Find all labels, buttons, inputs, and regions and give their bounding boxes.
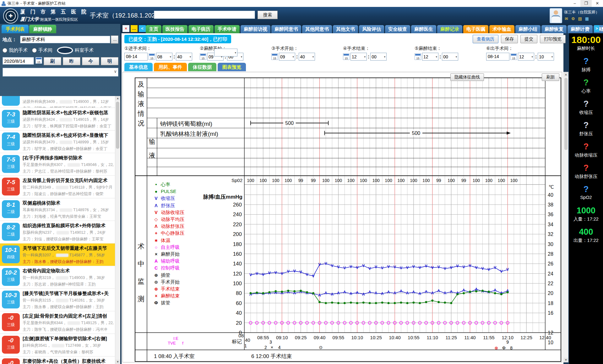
main-scrollbar[interactable]: ▲ ▼ <box>563 72 568 362</box>
save-button[interactable]: 保存 <box>501 35 518 43</box>
nav-tab-主页[interactable]: 主页 <box>146 25 161 33</box>
minimize-button[interactable]: – <box>569 0 580 7</box>
hour-select[interactable]: 12▾ <box>422 53 438 61</box>
calendar-icon[interactable]: 15 <box>271 53 278 60</box>
subtab-用药、事件[interactable]: 用药、事件 <box>154 63 187 71</box>
vital-label: 入量：17:22 <box>569 216 603 222</box>
nav-tab-麻醉计费[interactable]: 麻醉计费 <box>568 25 593 33</box>
gear-icon[interactable]: ⚙ <box>571 16 575 21</box>
surgery-list-item[interactable]: 10-1四级关节镜下左后交叉韧带重建术+[左膝关节骨一科病房3207，T1458… <box>0 244 115 266</box>
nav-tab-风险评估[interactable]: 风险评估 <box>359 25 384 33</box>
scrollbar-thumb[interactable] <box>116 102 119 149</box>
nav-tab-其他文书[interactable]: 其他文书 <box>333 25 358 33</box>
calendar-icon[interactable]: 15 <box>149 53 155 60</box>
svg-text:Λ: Λ <box>463 288 465 292</box>
chart-icon[interactable]: ▦ <box>585 16 589 21</box>
hour-select[interactable]: 12▾ <box>518 53 534 61</box>
surgery-list-item[interactable]: 三级泌尿外科病房3409，T149000，男，12岁主刀：邬宇龙，蛛网膜下腔阻滞… <box>0 96 115 108</box>
mail-icon[interactable]: ✉ <box>565 16 568 21</box>
hour-select[interactable]: 09▾ <box>279 53 295 61</box>
nav-tab-麻醉记录[interactable]: 麻醉记录 <box>437 25 462 33</box>
hide-curve-button[interactable]: 隐藏体征曲线 <box>450 73 484 81</box>
nav-more-button[interactable]: … <box>131 25 138 32</box>
calendar-icon[interactable]: 15 <box>200 53 206 60</box>
nav-tab-麻醉前访视[interactable]: 麻醉前访视 <box>241 25 270 33</box>
svg-text:Λ: Λ <box>425 290 427 294</box>
nav-tab-麻醉医生[interactable]: 麻醉医生 <box>411 25 436 33</box>
nav-tab-电子医嘱[interactable]: 电子医嘱 <box>463 25 488 33</box>
search-input[interactable] <box>154 11 255 19</box>
sidebar-tab-麻醉镇静[interactable]: 麻醉镇静 <box>29 25 56 33</box>
nav-tab-麻醉恢复[interactable]: 麻醉恢复 <box>541 25 567 33</box>
date-field[interactable]: 08-14 <box>486 53 509 61</box>
sidebar-tab-手术列表[interactable]: 手术列表 <box>2 25 29 33</box>
date-button-昨[interactable]: 昨 <box>63 57 80 65</box>
radio-我的手术[interactable]: 我的手术 <box>3 47 28 53</box>
date-input[interactable] <box>3 57 34 65</box>
surgery-list-item[interactable]: -0三级[左侧]腹腔镜下单侧输卵管切除术+[右侧]妇科病房3541，T12749… <box>0 334 115 356</box>
nav-tab-术中输血[interactable]: 术中输血 <box>489 25 514 33</box>
nav-tab-麻醉同意书[interactable]: 麻醉同意书 <box>271 25 301 33</box>
svg-text:Λ: Λ <box>318 293 321 297</box>
surgery-list-item[interactable]: 7-5三级左肱骨髁上骨折切开复位克氏针内固定术骨二科病房3349，T149118… <box>0 176 115 198</box>
surgery-list-item[interactable]: -0三级[左足]趾骨骨折复位内固定术+[左足]清创手足显微外科病房6344，T1… <box>0 311 115 334</box>
sidebar-scrollbar[interactable]: ▲ ▼ <box>115 96 120 364</box>
nav-tab-手术申请[interactable]: 手术申请 <box>215 25 240 33</box>
minute-select[interactable]: 40▾ <box>176 53 192 61</box>
nav-tab-麻醉小结[interactable]: 麻醉小结 <box>515 25 541 33</box>
subtab-图表预览[interactable]: 图表预览 <box>218 63 246 71</box>
subtab-基本信息[interactable]: 基本信息 <box>124 63 153 71</box>
minute-select[interactable]: 40▾ <box>299 53 315 61</box>
document-icon[interactable]: ▤ <box>578 16 582 21</box>
surgeon-anesthesia-info: 主刀：陈水春，腰硬联合麻醉+静脉麻醉：王韵 <box>23 259 113 265</box>
location-input[interactable] <box>20 36 110 43</box>
scroll-up-icon[interactable]: ▲ <box>564 72 568 77</box>
nav-tab-电子病历[interactable]: 电子病历 <box>188 25 214 33</box>
nav-tab-其他同意书[interactable]: 其他同意书 <box>302 25 332 33</box>
surgery-list-item[interactable]: 7-3三级隐匿性阴茎延长术+包皮环切术+嵌顿包茎泌尿外科病房3424，T1490… <box>0 108 115 131</box>
nav-close-button[interactable]: × <box>122 25 129 32</box>
minute-select[interactable]: 00▾ <box>442 53 458 61</box>
calendar-icon[interactable]: 15 <box>415 53 421 60</box>
submit-button[interactable]: 提交 <box>520 35 537 43</box>
minute-select[interactable]: 10▾ <box>538 53 554 61</box>
svg-text:手术结束: 手术结束 <box>161 286 180 292</box>
surgery-list-item[interactable]: 10-3三级[膝关节镜]关节镜下半月板修整成形术+关骨一科病房3215，T140… <box>0 289 115 311</box>
subtab-体征数据[interactable]: 体征数据 <box>188 63 216 71</box>
room-select[interactable]: 10▾ <box>214 49 237 56</box>
nav-scroll-left-button[interactable]: < <box>139 25 146 32</box>
calendar-icon[interactable]: 15 <box>510 53 517 60</box>
minute-select[interactable]: 00▾ <box>370 53 387 61</box>
location-more-button[interactable]: … <box>111 35 118 44</box>
restore-button[interactable]: ❐ <box>580 0 592 7</box>
calendar-icon[interactable]: 15 <box>35 57 42 64</box>
hour-select[interactable]: 08▾ <box>156 53 172 61</box>
radio-手术间[interactable]: 手术间 <box>32 47 52 53</box>
nav-tab-医技报告[interactable]: 医技报告 <box>162 25 187 33</box>
date-field[interactable]: 08-14 <box>124 53 148 61</box>
surgery-list-item[interactable]: 7-4三级隐匿性阴茎延长术+包皮环切术+显微镜下泌尿外科病房3470，T1489… <box>0 131 115 153</box>
hour-select[interactable]: 12▾ <box>350 53 367 61</box>
surgery-list-item[interactable]: 10-2三级右锁骨内固定物取出术骨一科病房3219，T149003，男，38岁主… <box>0 266 115 289</box>
close-window-button[interactable]: ✕ <box>592 0 603 7</box>
nav-tab-安全核查[interactable]: 安全核查 <box>385 25 410 33</box>
search-button[interactable]: 搜索 <box>258 11 278 19</box>
print-preview-button[interactable]: 打印预览 <box>540 35 566 43</box>
date-button-刷[interactable]: 刷 <box>44 57 61 65</box>
date-button-明[interactable]: 明 <box>101 57 118 65</box>
surgery-list-item[interactable]: 8-2二级组织选择性直肠粘膜环切术+外痔切除术肛肠科病房N237，T149012… <box>0 221 115 244</box>
surgery-list-item[interactable]: -0三级肛瘘切除术+高位（复杂性）肛瘘挂线术肛肠科病房N203，T149098，… <box>0 356 115 364</box>
scrollbar-thumb[interactable] <box>564 78 568 150</box>
surgery-list-item[interactable]: 7-5三级[右手]手拇指多指畸形切除术手足显微外科病房6307，T149046，… <box>0 153 115 176</box>
refresh-button[interactable]: 刷新 <box>542 73 559 81</box>
radio-科室手术[interactable]: 科室手术 <box>57 46 94 54</box>
surgery-list-item[interactable]: 8-1二级双侧扁桃体切除术耳鼻喉科病房3734，T148976，女，26岁主刀：… <box>0 198 115 221</box>
calendar-icon[interactable]: 15 <box>343 53 350 60</box>
nav-scroll-right-button[interactable]: > <box>594 25 599 32</box>
date-button-今[interactable]: 今 <box>82 57 100 65</box>
scroll-up-icon[interactable]: ▲ <box>115 96 120 100</box>
filter-select[interactable]: ∨ <box>3 68 118 77</box>
view-record-button[interactable]: 查看病历 <box>473 35 498 43</box>
scroll-down-icon[interactable]: ▼ <box>115 360 120 364</box>
scroll-down-icon[interactable]: ▼ <box>564 358 568 362</box>
